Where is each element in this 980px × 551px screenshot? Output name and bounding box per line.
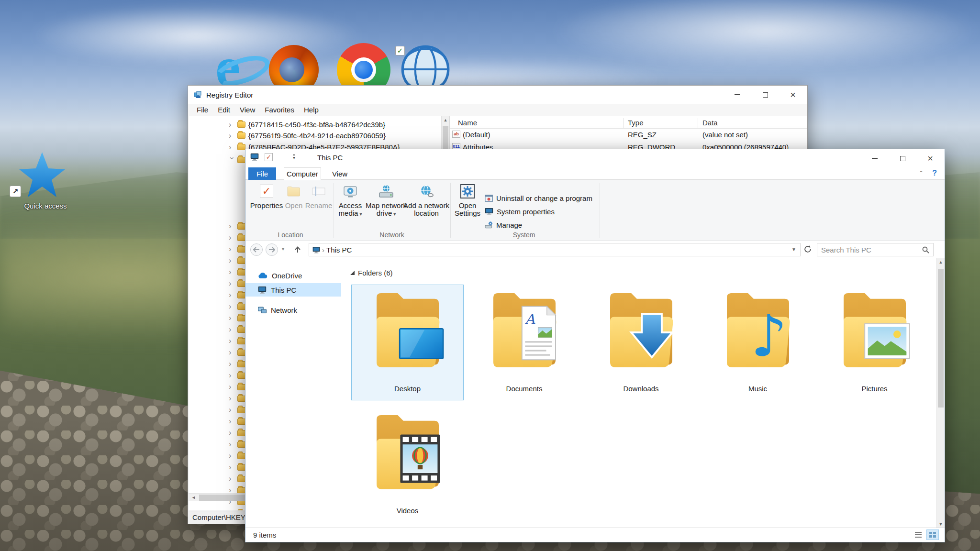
registry-tree-item[interactable]: › {67718415-c450-4f3c-bf8a-b487642dc39b} (189, 119, 385, 130)
chevron-right-icon[interactable]: › (229, 303, 235, 310)
chevron-right-icon[interactable]: › (229, 487, 235, 494)
registry-titlebar[interactable]: Registry Editor × (188, 86, 807, 104)
up-button[interactable] (291, 243, 304, 256)
folder-tile-downloads[interactable]: Downloads (585, 285, 697, 400)
details-view-button[interactable] (912, 529, 924, 540)
folder-tile-pictures[interactable]: Pictures (818, 285, 931, 400)
forward-button[interactable] (266, 243, 278, 256)
collapse-ribbon-icon[interactable]: ⌃ (919, 170, 924, 176)
nav-label[interactable]: Network (271, 306, 297, 314)
refresh-button[interactable] (803, 245, 814, 255)
search-input[interactable] (817, 246, 922, 254)
chevron-right-icon[interactable]: › (229, 372, 235, 379)
system-properties-button[interactable]: System properties (485, 206, 555, 217)
chevron-right-icon[interactable]: › (229, 257, 235, 264)
open-settings-button[interactable]: Open Settings (452, 182, 483, 217)
tab-view[interactable]: View (328, 167, 352, 180)
chevron-right-icon[interactable]: › (229, 132, 235, 139)
breadcrumb-this-pc[interactable]: This PC (326, 246, 352, 254)
search-icon[interactable] (922, 246, 929, 253)
explorer-titlebar[interactable]: ✓ ▾ This PC × (245, 149, 945, 167)
tab-file[interactable]: File (248, 167, 276, 180)
properties-button[interactable]: ✓ Properties (249, 182, 284, 209)
chevron-right-icon[interactable]: › (229, 349, 235, 356)
registry-menu-help[interactable]: Help (299, 106, 323, 114)
folders-group-header[interactable]: Folders (6) (350, 269, 393, 277)
folder-tile-videos[interactable]: Videos (351, 407, 464, 522)
nav-label[interactable]: This PC (271, 286, 296, 294)
properties-qat-icon[interactable]: ✓ (265, 153, 273, 161)
nav-item-network[interactable]: Network (245, 303, 341, 317)
uninstall-program-button[interactable]: Uninstall or change a program (485, 192, 592, 204)
registry-menu-file[interactable]: File (192, 106, 213, 114)
scroll-left-icon[interactable]: ◄ (189, 494, 198, 502)
computer-icon[interactable] (250, 153, 259, 161)
access-media-button[interactable]: Access media▾ (335, 182, 365, 218)
chevron-right-icon[interactable]: › (229, 338, 235, 344)
thumbnail-view-button[interactable] (926, 529, 939, 540)
registry-tree-item-expanded[interactable]: › (189, 154, 248, 165)
chevron-right-icon[interactable]: › (229, 234, 235, 241)
recent-locations-caret-icon[interactable]: ▾ (282, 246, 284, 252)
map-network-drive-button[interactable]: Map network drive▾ (365, 182, 407, 218)
customize-toolbar-icon[interactable]: ▾ (293, 154, 295, 160)
explorer-close-button[interactable]: × (916, 149, 944, 167)
scroll-up-icon[interactable]: ▲ (442, 116, 449, 124)
breadcrumb-chevron-icon[interactable]: › (322, 246, 324, 254)
chevron-down-icon[interactable]: › (229, 157, 235, 164)
registry-key-label[interactable]: {677561f9-50fc-4b24-921d-eacb89706059} (248, 132, 386, 140)
nav-label[interactable]: OneDrive (272, 272, 302, 280)
chevron-right-icon[interactable]: › (229, 144, 235, 151)
chevron-right-icon[interactable]: › (229, 395, 235, 402)
registry-minimize-button[interactable] (724, 86, 751, 104)
chevron-right-icon[interactable]: › (229, 510, 235, 510)
chevron-right-icon[interactable]: › (229, 418, 235, 425)
search-box[interactable] (817, 243, 934, 256)
address-dropdown-icon[interactable]: ▼ (789, 244, 799, 255)
registry-menu-view[interactable]: View (235, 106, 260, 114)
address-bar[interactable]: › This PC ▼ (309, 243, 801, 256)
tab-computer[interactable]: Computer (284, 167, 321, 180)
rename-button[interactable]: Rename (305, 182, 333, 209)
back-button[interactable] (250, 243, 263, 256)
explorer-maximize-button[interactable] (889, 149, 916, 167)
column-separator[interactable] (623, 118, 624, 128)
chevron-right-icon[interactable]: › (229, 223, 235, 230)
registry-tree-item[interactable]: › {677561f9-50fc-4b24-921d-eacb89706059} (189, 130, 386, 141)
column-data[interactable]: Data (702, 119, 718, 127)
explorer-minimize-button[interactable] (861, 149, 889, 167)
explorer-vertical-scrollbar[interactable]: ▲ ▼ (936, 258, 945, 529)
chevron-right-icon[interactable]: › (229, 464, 235, 471)
column-type[interactable]: Type (628, 119, 644, 127)
folder-tile-documents[interactable]: A Documents (468, 285, 580, 400)
chevron-right-icon[interactable]: › (229, 269, 235, 276)
scroll-up-icon[interactable]: ▲ (937, 258, 945, 266)
column-name[interactable]: Name (458, 119, 477, 127)
chevron-right-icon[interactable]: › (229, 361, 235, 367)
column-separator[interactable] (698, 118, 698, 128)
chevron-right-icon[interactable]: › (229, 246, 235, 253)
folder-tile-music[interactable]: ♪ Music (702, 285, 814, 400)
chevron-right-icon[interactable]: › (229, 315, 235, 321)
chevron-right-icon[interactable]: › (229, 452, 235, 459)
chevron-right-icon[interactable]: › (229, 121, 235, 128)
help-icon[interactable]: ? (932, 169, 937, 177)
add-network-location-button[interactable]: Add a network location (403, 182, 449, 217)
nav-item-onedrive[interactable]: OneDrive (245, 269, 341, 282)
registry-close-button[interactable]: × (779, 86, 807, 104)
chevron-right-icon[interactable]: › (229, 384, 235, 390)
registry-menu-favorites[interactable]: Favorites (260, 106, 299, 114)
chevron-right-icon[interactable]: › (229, 292, 235, 298)
registry-maximize-button[interactable] (751, 86, 779, 104)
chevron-right-icon[interactable]: › (229, 475, 235, 482)
open-button[interactable]: Open (282, 182, 306, 209)
chevron-right-icon[interactable]: › (229, 326, 235, 333)
chevron-right-icon[interactable]: › (229, 280, 235, 287)
folder-tile-desktop[interactable]: Desktop (351, 285, 464, 400)
manage-button[interactable]: Manage (485, 219, 522, 231)
registry-key-label[interactable]: {67718415-c450-4f3c-bf8a-b487642dc39b} (248, 121, 385, 129)
registry-menu-edit[interactable]: Edit (213, 106, 235, 114)
chevron-right-icon[interactable]: › (229, 441, 235, 448)
scrollbar-thumb[interactable] (938, 269, 944, 408)
registry-value-row[interactable]: ab (Default) REG_SZ (value not set) (450, 129, 807, 141)
